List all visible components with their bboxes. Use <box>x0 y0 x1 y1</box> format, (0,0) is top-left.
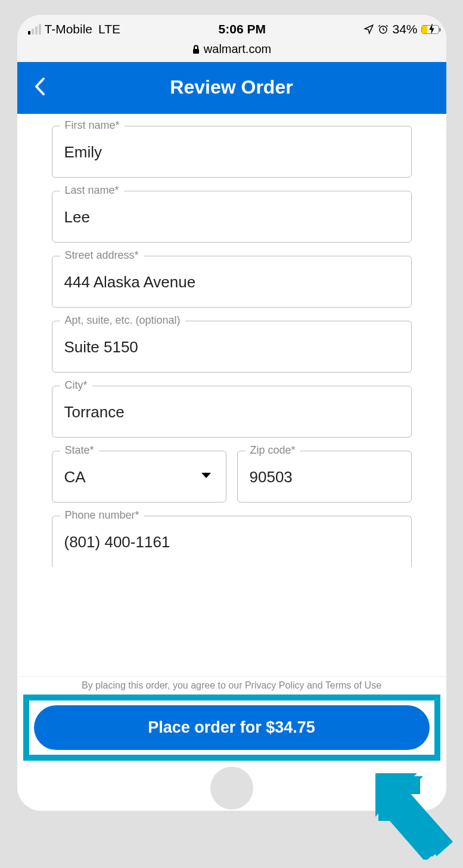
browser-url-bar: walmart.com <box>17 40 446 62</box>
caret-down-icon <box>200 472 212 482</box>
zip-field-wrap: Zip code* <box>237 451 412 503</box>
annotation-arrow-icon <box>366 764 456 860</box>
first-name-label: First name* <box>60 119 125 132</box>
url-text: walmart.com <box>204 42 271 56</box>
svg-rect-1 <box>193 49 199 54</box>
apt-input[interactable] <box>52 321 412 373</box>
battery-percent: 34% <box>392 22 417 36</box>
status-time: 5:06 PM <box>219 22 266 36</box>
city-field-wrap: City* <box>52 386 412 438</box>
first-name-field-wrap: First name* <box>52 126 412 178</box>
chevron-left-icon <box>34 76 46 97</box>
alarm-icon <box>378 24 389 35</box>
apt-field-wrap: Apt, suite, etc. (optional) <box>52 321 412 373</box>
last-name-input[interactable] <box>52 191 412 243</box>
home-indicator[interactable] <box>210 767 253 810</box>
zip-label: Zip code* <box>246 444 300 457</box>
phone-frame: T-Mobile LTE 5:06 PM 34% walmart.com Rev… <box>17 15 446 811</box>
status-left: T-Mobile LTE <box>28 22 121 36</box>
state-label: State* <box>60 444 99 457</box>
last-name-label: Last name* <box>60 184 124 197</box>
location-icon <box>363 24 374 35</box>
status-bar: T-Mobile LTE 5:06 PM 34% <box>17 15 446 40</box>
last-name-field-wrap: Last name* <box>52 191 412 243</box>
back-button[interactable] <box>34 76 46 99</box>
first-name-input[interactable] <box>52 126 412 178</box>
lock-icon <box>192 45 200 54</box>
page-title: Review Order <box>29 76 434 98</box>
signal-bars-icon <box>28 24 41 35</box>
street-label: Street address* <box>60 249 144 262</box>
phone-field-wrap: Phone number* <box>52 516 412 567</box>
state-field-wrap: State* <box>52 451 226 503</box>
zip-input[interactable] <box>237 451 412 503</box>
city-input[interactable] <box>52 386 412 438</box>
street-field-wrap: Street address* <box>52 256 412 308</box>
apt-label: Apt, suite, etc. (optional) <box>60 314 185 327</box>
address-card: First name* Last name* Street address* A… <box>41 114 422 676</box>
phone-label: Phone number* <box>60 509 144 522</box>
status-right: 34% <box>363 22 435 36</box>
network-label: LTE <box>98 22 120 36</box>
form-content: First name* Last name* Street address* A… <box>17 114 446 676</box>
carrier-label: T-Mobile <box>45 22 93 36</box>
battery-icon <box>421 25 439 34</box>
app-header: Review Order <box>17 62 446 114</box>
state-zip-row: State* Zip code* <box>52 451 412 516</box>
street-input[interactable] <box>52 256 412 308</box>
place-order-button[interactable]: Place order for $34.75 <box>34 705 430 750</box>
disclaimer-text: By placing this order, you agree to our … <box>17 677 446 693</box>
city-label: City* <box>60 379 92 392</box>
phone-input[interactable] <box>52 516 412 567</box>
place-order-highlight: Place order for $34.75 <box>23 695 440 761</box>
